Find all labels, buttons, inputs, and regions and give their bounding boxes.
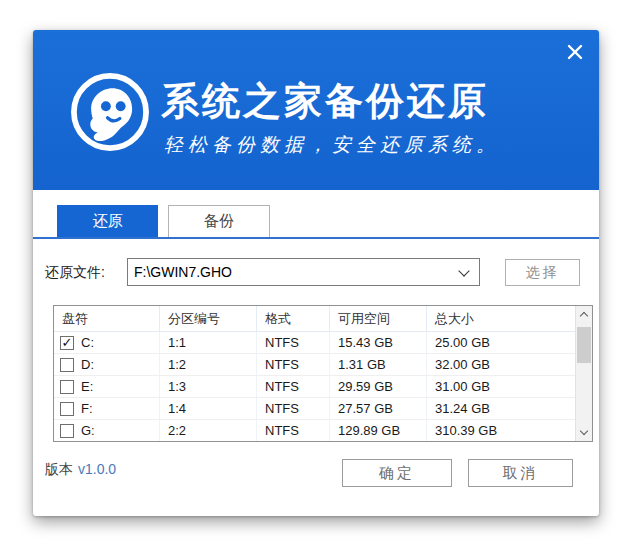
free-space-cell: 1.31 GB [330,354,427,375]
restore-file-combobox[interactable]: F:\GWIN7.GHO [127,258,480,286]
table-row[interactable]: E:1:3NTFS29.59 GB31.00 GB [54,376,575,398]
format-cell: NTFS [257,354,330,375]
drive-letter: C: [81,332,94,353]
ghost-logo-icon [69,71,151,153]
total-size-cell: 31.00 GB [427,376,555,397]
column-header-free: 可用空间 [330,306,427,331]
total-size-cell: 310.39 GB [427,420,555,441]
table-row[interactable]: F:1:4NTFS27.57 GB31.24 GB [54,398,575,420]
table-header-row: 盘符 分区编号 格式 可用空间 总大小 [54,306,575,332]
restore-file-label: 还原文件: [45,258,105,286]
column-header-format: 格式 [257,306,330,331]
partition-id-cell: 1:4 [160,398,257,419]
partition-table: 盘符 分区编号 格式 可用空间 总大小 ✓C:1:1NTFS15.43 GB25… [53,305,593,442]
ok-button[interactable]: 确定 [342,459,452,487]
total-size-cell: 32.00 GB [427,354,555,375]
format-cell: NTFS [257,376,330,397]
drive-cell: D: [54,354,160,375]
drive-checkbox[interactable]: ✓ [60,336,74,350]
drive-cell: F: [54,398,160,419]
format-cell: NTFS [257,332,330,353]
table-body: ✓C:1:1NTFS15.43 GB25.00 GBD:1:2NTFS1.31 … [54,332,575,441]
drive-letter: G: [81,420,95,441]
restore-file-value: F:\GWIN7.GHO [134,259,232,285]
close-icon[interactable] [562,39,588,65]
scroll-up-icon[interactable] [576,306,592,323]
drive-checkbox[interactable] [60,402,74,416]
cancel-button[interactable]: 取消 [468,459,573,487]
partition-id-cell: 1:2 [160,354,257,375]
drive-cell: G: [54,420,160,441]
drive-cell: E: [54,376,160,397]
format-cell: NTFS [257,398,330,419]
partition-id-cell: 1:3 [160,376,257,397]
tab-backup[interactable]: 备份 [168,205,270,237]
drive-checkbox[interactable] [60,358,74,372]
drive-letter: E: [81,376,93,397]
table-scrollbar[interactable] [575,306,592,441]
select-file-button[interactable]: 选择 [505,259,580,286]
free-space-cell: 129.89 GB [330,420,427,441]
scrollbar-thumb[interactable] [577,327,591,363]
app-window: 系统之家备份还原 轻松备份数据，安全还原系统。 还原 备份 还原文件: F:\G… [33,30,599,516]
app-subtitle: 轻松备份数据，安全还原系统。 [164,132,500,158]
drive-checkbox[interactable] [60,424,74,438]
app-title: 系统之家备份还原 [161,76,489,127]
column-header-partition: 分区编号 [160,306,257,331]
table-row[interactable]: D:1:2NTFS1.31 GB32.00 GB [54,354,575,376]
total-size-cell: 25.00 GB [427,332,555,353]
column-header-total: 总大小 [427,306,555,331]
scroll-down-icon[interactable] [576,424,592,441]
free-space-cell: 29.59 GB [330,376,427,397]
tab-accent-line [33,237,599,239]
version-value: v1.0.0 [78,461,116,477]
version-text: 版本v1.0.0 [45,461,116,479]
drive-cell: ✓C: [54,332,160,353]
drive-letter: F: [81,398,93,419]
drive-checkbox[interactable] [60,380,74,394]
drive-letter: D: [81,354,94,375]
column-header-drive: 盘符 [54,306,160,331]
partition-id-cell: 1:1 [160,332,257,353]
chevron-down-icon [458,265,469,276]
free-space-cell: 27.57 GB [330,398,427,419]
free-space-cell: 15.43 GB [330,332,427,353]
table-row[interactable]: ✓C:1:1NTFS15.43 GB25.00 GB [54,332,575,354]
version-label: 版本 [45,461,73,477]
partition-id-cell: 2:2 [160,420,257,441]
app-header: 系统之家备份还原 轻松备份数据，安全还原系统。 [33,30,599,190]
table-row[interactable]: G:2:2NTFS129.89 GB310.39 GB [54,420,575,441]
total-size-cell: 31.24 GB [427,398,555,419]
format-cell: NTFS [257,420,330,441]
tab-restore[interactable]: 还原 [57,205,158,237]
